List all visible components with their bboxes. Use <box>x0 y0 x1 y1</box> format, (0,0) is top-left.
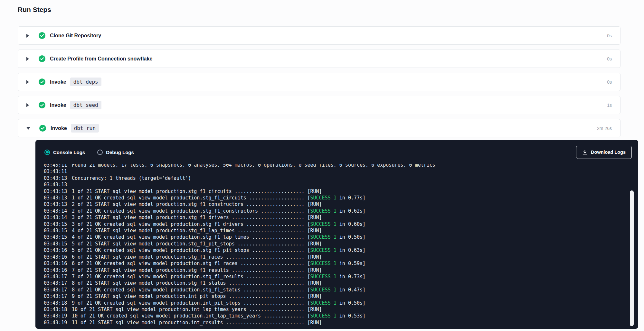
log-success-badge: SUCCESS 1 <box>310 221 336 227</box>
radio-selected-icon <box>44 150 50 155</box>
log-line: 03:43:178 of 21 OK created sql view mode… <box>44 287 638 293</box>
console-panel: Console Logs Debug Logs Download Logs 03… <box>35 140 638 329</box>
success-check-icon <box>39 32 45 39</box>
log-line: 03:43:11Found 21 models, 17 tests, 0 sna… <box>44 164 638 168</box>
debug-logs-label: Debug Logs <box>106 150 134 155</box>
log-line: 03:43:178 of 21 START sql view model pro… <box>44 280 638 286</box>
step-duration: 0s <box>607 56 612 61</box>
step-command-badge: dbt run <box>71 124 99 133</box>
log-timestamp: 03:43:18 <box>44 306 72 313</box>
log-line: 03:43:143 of 21 START sql view model pro… <box>44 214 638 221</box>
run-steps-list: Clone Git Repository0sCreate Profile fro… <box>18 26 620 137</box>
log-timestamp: 03:43:14 <box>44 214 72 221</box>
step-row-5[interactable]: Invokedbt run2m 26s <box>18 119 620 137</box>
console-logs-radio[interactable]: Console Logs <box>44 150 85 155</box>
log-line: 03:43:166 of 21 START sql view model pro… <box>44 254 638 260</box>
chevron-right-icon[interactable] <box>26 103 29 107</box>
log-success-badge: SUCCESS 1 <box>310 195 336 201</box>
chevron-right-icon[interactable] <box>26 34 29 38</box>
step-row-3[interactable]: Invokedbt deps0s <box>18 73 620 91</box>
chevron-right-icon[interactable] <box>26 57 29 61</box>
console-logs-label: Console Logs <box>53 150 85 155</box>
log-timestamp: 03:43:17 <box>44 280 72 286</box>
step-row-4[interactable]: Invokedbt seed1s <box>18 96 620 114</box>
debug-logs-radio[interactable]: Debug Logs <box>97 150 134 155</box>
log-timestamp: 03:43:13 <box>44 195 72 201</box>
log-line: 03:43:131 of 21 OK created sql view mode… <box>44 195 638 201</box>
log-success-badge: SUCCESS 1 <box>310 247 336 253</box>
step-row-1[interactable]: Clone Git Repository0s <box>18 26 620 45</box>
log-line: 03:43:13Concurrency: 1 threads (target='… <box>44 175 638 181</box>
log-timestamp: 03:43:14 <box>44 208 72 214</box>
log-timestamp: 03:43:15 <box>44 234 72 240</box>
log-timestamp: 03:43:11 <box>44 168 72 175</box>
success-check-icon <box>39 125 46 132</box>
chevron-down-icon[interactable] <box>26 127 30 130</box>
log-line: 03:43:1910 of 21 OK created sql view mod… <box>44 313 638 319</box>
step-label: Invoke <box>51 125 67 131</box>
log-line: 03:43:179 of 21 START sql view model pro… <box>44 293 638 299</box>
log-timestamp: 03:43:19 <box>44 313 72 319</box>
log-line: 03:43:132 of 21 START sql view model pro… <box>44 201 638 207</box>
step-row-2[interactable]: Create Profile from Connection snowflake… <box>18 50 620 68</box>
log-timestamp: 03:43:13 <box>44 181 72 188</box>
log-line: 03:43:167 of 21 START sql view model pro… <box>44 267 638 273</box>
log-timestamp: 03:43:16 <box>44 247 72 253</box>
log-timestamp: 03:43:15 <box>44 241 72 247</box>
log-line: 03:43:1911 of 21 START sql view model pr… <box>44 319 638 326</box>
step-label: Create Profile from Connection snowflake <box>50 56 152 62</box>
radio-unselected-icon <box>97 150 103 155</box>
log-line: 03:43:177 of 21 OK created sql view mode… <box>44 273 638 280</box>
success-check-icon <box>39 55 45 62</box>
step-duration: 1s <box>607 103 612 108</box>
log-timestamp: 03:43:16 <box>44 267 72 273</box>
log-timestamp: 03:43:11 <box>44 164 72 168</box>
step-command-badge: dbt seed <box>70 101 101 109</box>
step-label: Clone Git Repository <box>50 33 101 39</box>
log-line: 03:43:1810 of 21 START sql view model pr… <box>44 306 638 313</box>
step-label: Invoke <box>50 79 66 85</box>
step-command-badge: dbt deps <box>70 78 101 86</box>
console-log[interactable]: 03:43:11Found 21 models, 17 tests, 0 sna… <box>35 164 638 329</box>
log-line: 03:43:142 of 21 OK created sql view mode… <box>44 208 638 214</box>
step-duration: 0s <box>607 79 612 85</box>
log-success-badge: SUCCESS 1 <box>310 313 336 319</box>
log-timestamp: 03:43:19 <box>44 319 72 326</box>
log-timestamp: 03:43:15 <box>44 227 72 234</box>
log-timestamp: 03:43:13 <box>44 188 72 195</box>
log-timestamp: 03:43:13 <box>44 201 72 207</box>
log-line: 03:43:153 of 21 OK created sql view mode… <box>44 221 638 227</box>
success-check-icon <box>39 78 45 85</box>
chevron-right-icon[interactable] <box>26 80 29 84</box>
log-success-badge: SUCCESS 1 <box>310 234 336 240</box>
log-timestamp: 03:43:16 <box>44 260 72 267</box>
log-line: 03:43:189 of 21 OK created sql view mode… <box>44 300 638 306</box>
log-success-badge: SUCCESS 1 <box>310 208 336 214</box>
log-line: 03:43:166 of 21 OK created sql view mode… <box>44 260 638 267</box>
log-scrollbar-thumb[interactable] <box>630 190 634 326</box>
run-steps-page: Run Steps Clone Git Repository0sCreate P… <box>0 0 644 329</box>
success-check-icon <box>39 102 45 108</box>
download-icon <box>582 150 588 155</box>
log-lines: 03:43:11Found 21 models, 17 tests, 0 sna… <box>44 164 638 326</box>
log-success-badge: SUCCESS 1 <box>310 287 336 293</box>
log-line: 03:43:11 <box>44 168 638 175</box>
log-timestamp: 03:43:18 <box>44 300 72 306</box>
log-timestamp: 03:43:13 <box>44 175 72 181</box>
log-timestamp: 03:43:17 <box>44 273 72 280</box>
step-duration: 0s <box>607 33 612 38</box>
console-header: Console Logs Debug Logs Download Logs <box>35 140 638 164</box>
log-timestamp: 03:43:17 <box>44 287 72 293</box>
log-success-badge: SUCCESS 1 <box>310 274 336 280</box>
log-timestamp: 03:43:16 <box>44 254 72 260</box>
page-title: Run Steps <box>18 6 644 14</box>
log-success-badge: SUCCESS 1 <box>310 261 336 266</box>
log-line: 03:43:154 of 21 START sql view model pro… <box>44 227 638 234</box>
log-line: 03:43:131 of 21 START sql view model pro… <box>44 188 638 195</box>
log-success-badge: SUCCESS 1 <box>310 300 336 306</box>
log-line: 03:43:154 of 21 OK created sql view mode… <box>44 234 638 240</box>
log-line: 03:43:155 of 21 START sql view model pro… <box>44 241 638 247</box>
log-line: 03:43:13 <box>44 181 638 188</box>
download-logs-button[interactable]: Download Logs <box>576 146 632 159</box>
download-logs-label: Download Logs <box>591 150 626 155</box>
